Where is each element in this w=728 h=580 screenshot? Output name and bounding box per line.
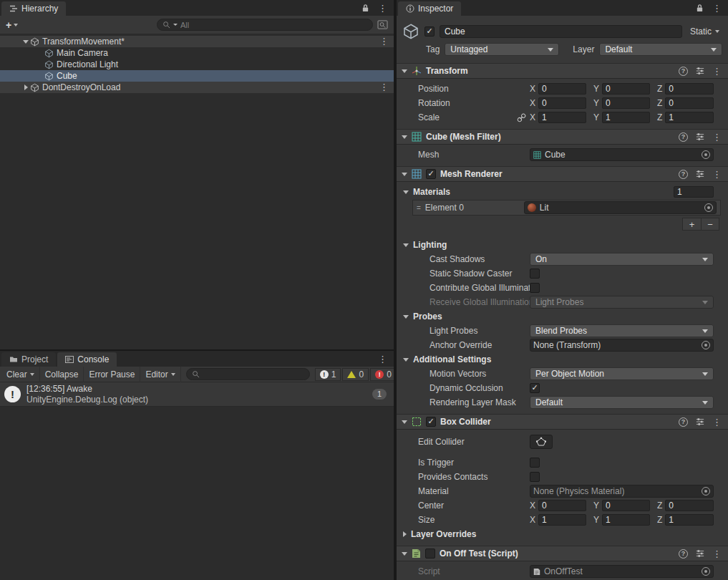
create-object-button[interactable]: +	[6, 19, 18, 31]
lock-icon[interactable]	[361, 4, 369, 13]
hierarchy-search-field[interactable]	[157, 19, 373, 31]
search-filter-chevron-icon[interactable]	[173, 24, 178, 26]
probes-foldout[interactable]: Probes	[397, 309, 728, 324]
box-collider-header[interactable]: Box Collider ? ⋮	[397, 414, 728, 430]
object-picker-icon[interactable]	[704, 203, 713, 212]
presets-icon[interactable]	[696, 67, 704, 75]
help-icon[interactable]: ?	[679, 549, 688, 559]
lock-icon[interactable]	[696, 4, 704, 13]
active-checkbox[interactable]	[424, 26, 435, 37]
position-z-input[interactable]	[665, 83, 714, 95]
foldout-arrow[interactable]	[402, 420, 407, 424]
object-picker-icon[interactable]	[702, 567, 710, 576]
position-x-input[interactable]	[538, 83, 586, 95]
kebab-menu-icon[interactable]: ⋮	[712, 549, 722, 559]
rotation-z-input[interactable]	[665, 97, 714, 109]
material-object-field[interactable]: Lit	[524, 201, 717, 214]
warning-filter-toggle[interactable]: 0	[342, 368, 369, 381]
additional-settings-foldout[interactable]: Additional Settings	[397, 352, 728, 367]
presets-icon[interactable]	[696, 549, 704, 558]
clear-button[interactable]: Clear	[1, 367, 40, 382]
presets-icon[interactable]	[696, 170, 704, 178]
scale-x-input[interactable]	[538, 112, 586, 123]
transform-header[interactable]: Transform ? ⋮	[397, 63, 728, 79]
hierarchy-search-input[interactable]	[180, 21, 367, 29]
tab-project[interactable]: Project	[1, 352, 56, 367]
tree-row[interactable]: Main Camera	[0, 47, 394, 59]
material-element-row[interactable]: = Element 0 Lit	[412, 200, 721, 216]
help-icon[interactable]: ?	[679, 417, 688, 427]
scale-y-input[interactable]	[602, 112, 650, 123]
editor-dropdown[interactable]: Editor	[140, 367, 180, 382]
kebab-menu-icon[interactable]: ⋮	[712, 4, 722, 13]
help-icon[interactable]: ?	[679, 170, 688, 179]
center-y-input[interactable]	[602, 500, 650, 511]
size-x-input[interactable]	[538, 514, 586, 526]
kebab-menu-icon[interactable]: ⋮	[712, 132, 722, 142]
position-y-input[interactable]	[602, 83, 650, 95]
is-trigger-checkbox[interactable]	[530, 458, 540, 468]
foldout-arrow[interactable]	[402, 135, 407, 139]
anchor-override-field[interactable]: None (Transform)	[530, 339, 714, 352]
rotation-y-input[interactable]	[602, 97, 650, 109]
component-enabled-checkbox[interactable]	[425, 548, 435, 559]
static-shadow-caster-checkbox[interactable]	[530, 269, 540, 279]
dynamic-occlusion-checkbox[interactable]	[530, 383, 540, 393]
rotation-x-input[interactable]	[538, 97, 586, 109]
component-enabled-checkbox[interactable]	[426, 417, 436, 427]
size-z-input[interactable]	[665, 514, 714, 526]
tab-inspector[interactable]: Inspector	[398, 1, 461, 16]
cast-shadows-dropdown[interactable]: On	[530, 253, 714, 266]
materials-foldout[interactable]: Materials	[397, 185, 728, 199]
tag-dropdown[interactable]: Untagged	[445, 43, 559, 56]
presets-icon[interactable]	[696, 132, 704, 141]
kebab-menu-icon[interactable]: ⋮	[378, 4, 387, 13]
materials-count-input[interactable]	[674, 186, 714, 198]
tab-hierarchy[interactable]: Hierarchy	[1, 1, 66, 16]
error-filter-toggle[interactable]: ! 0	[370, 368, 394, 381]
kebab-menu-icon[interactable]: ⋮	[379, 82, 389, 92]
help-icon[interactable]: ?	[679, 132, 688, 142]
console-search-input[interactable]	[203, 370, 304, 379]
size-y-input[interactable]	[602, 514, 650, 526]
edit-collider-button[interactable]	[530, 435, 553, 449]
foldout-arrow[interactable]	[21, 84, 30, 90]
center-z-input[interactable]	[665, 500, 714, 511]
center-x-input[interactable]	[538, 500, 586, 511]
log-entry[interactable]: ! [12:36:55] Awake UnityEngine.Debug.Log…	[0, 382, 394, 407]
static-dropdown[interactable]: Static	[687, 26, 722, 37]
collapse-toggle[interactable]: Collapse	[40, 367, 84, 382]
tab-console[interactable]: Console	[57, 352, 117, 367]
kebab-menu-icon[interactable]: ⋮	[712, 170, 722, 179]
info-filter-toggle[interactable]: ! 1	[315, 368, 341, 381]
kebab-menu-icon[interactable]: ⋮	[378, 354, 387, 364]
presets-icon[interactable]	[696, 417, 704, 426]
component-enabled-checkbox[interactable]	[426, 169, 436, 179]
contribute-gi-checkbox[interactable]	[530, 283, 540, 293]
provides-contacts-checkbox[interactable]	[530, 472, 540, 482]
foldout-arrow[interactable]	[21, 40, 30, 44]
rendering-layer-mask-dropdown[interactable]: Default	[530, 396, 714, 409]
drag-handle-icon[interactable]: =	[417, 206, 421, 211]
console-search-field[interactable]	[186, 368, 310, 380]
foldout-arrow[interactable]	[403, 531, 407, 537]
kebab-menu-icon[interactable]: ⋮	[379, 37, 389, 46]
object-picker-icon[interactable]	[702, 150, 710, 159]
help-icon[interactable]: ?	[679, 67, 688, 76]
foldout-arrow[interactable]	[403, 190, 409, 194]
layer-dropdown[interactable]: Default	[599, 43, 722, 56]
foldout-arrow[interactable]	[402, 69, 407, 73]
tree-row-selected[interactable]: Cube	[0, 70, 394, 82]
motion-vectors-dropdown[interactable]: Per Object Motion	[530, 367, 714, 380]
kebab-menu-icon[interactable]: ⋮	[712, 67, 722, 76]
layer-overrides-foldout[interactable]: Layer Overrides	[397, 527, 728, 541]
object-name-input[interactable]	[440, 25, 682, 38]
script-component-header[interactable]: On Off Test (Script) ? ⋮	[397, 546, 728, 561]
search-window-icon[interactable]	[377, 20, 388, 29]
object-picker-icon[interactable]	[702, 341, 710, 349]
tree-row[interactable]: Directional Light	[0, 59, 394, 70]
foldout-arrow[interactable]	[403, 243, 409, 247]
lighting-foldout[interactable]: Lighting	[397, 238, 728, 252]
object-picker-icon[interactable]	[702, 487, 710, 496]
script-object-field[interactable]: OnOffTest	[530, 565, 714, 578]
